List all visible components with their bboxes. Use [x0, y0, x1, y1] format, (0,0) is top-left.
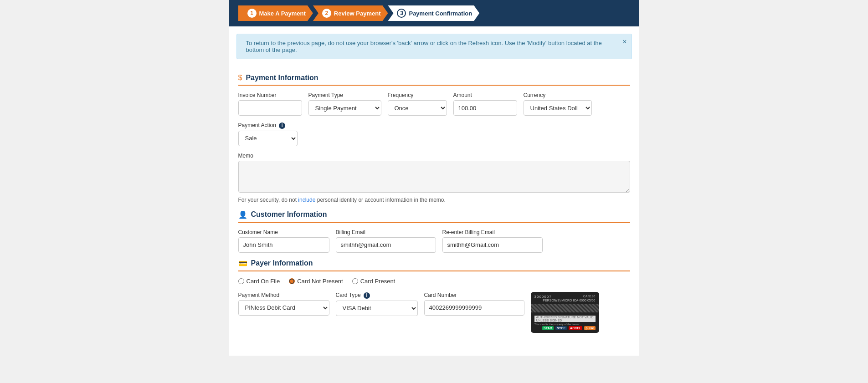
- frequency-select[interactable]: Once Weekly Monthly Yearly: [388, 100, 447, 116]
- invoice-number-group: Invoice Number: [238, 92, 302, 116]
- include-link[interactable]: include: [298, 197, 315, 203]
- invoice-number-input[interactable]: [238, 100, 302, 116]
- step-3-label: Payment Confirmation: [409, 10, 472, 17]
- payer-info-title: Payer Information: [251, 259, 313, 267]
- card-magnetic-strip: [531, 304, 599, 312]
- card-type-label: Card Type i: [336, 292, 418, 299]
- customer-info-header: 👤 Customer Information: [238, 210, 630, 223]
- card-not-present-radio[interactable]: [289, 278, 295, 284]
- page-wrapper: 1 Make A Payment 2 Review Payment 3 Paym…: [229, 0, 639, 356]
- card-type-select[interactable]: VISA Debit VISA Credit Mastercard Discov…: [336, 301, 418, 316]
- customer-info-title: Customer Information: [251, 210, 327, 219]
- person-icon: 👤: [238, 210, 247, 219]
- step-2[interactable]: 2 Review Payment: [313, 5, 388, 21]
- amount-label: Amount: [453, 92, 517, 98]
- re-billing-email-input[interactable]: [442, 237, 543, 253]
- amount-group: Amount: [453, 92, 517, 116]
- memo-section: Memo For your security, do not include p…: [238, 153, 630, 203]
- dollar-icon: $: [238, 74, 242, 82]
- memo-group: Memo For your security, do not include p…: [238, 153, 630, 203]
- card-present-radio[interactable]: [352, 278, 358, 284]
- payment-action-group: Payment Action i Sale Authorization: [238, 122, 298, 146]
- stepper: 1 Make A Payment 2 Review Payment 3 Paym…: [229, 0, 639, 26]
- alert-message: To return to the previous page, do not u…: [246, 40, 602, 53]
- payment-method-select[interactable]: PINless Debit Card Credit Card ACH: [238, 300, 329, 316]
- customer-name-input[interactable]: [238, 237, 329, 253]
- payment-fields-row: Invoice Number Payment Type Single Payme…: [238, 92, 630, 146]
- memo-label: Memo: [238, 153, 630, 159]
- frequency-group: Frequency Once Weekly Monthly Yearly: [388, 92, 447, 116]
- card-icon: 💳: [238, 259, 247, 268]
- payer-info-header: 💳 Payer Information: [238, 259, 630, 271]
- payment-action-label: Payment Action i: [238, 122, 298, 129]
- frequency-label: Frequency: [388, 92, 447, 98]
- brand-nyce: NYCE: [555, 326, 567, 330]
- brand-star: STAR: [542, 326, 554, 330]
- card-preview-group: 3000007 CA 9196 PERSON(S) MICRO ICA-0000…: [531, 292, 599, 333]
- card-number-label: Card Number: [424, 292, 524, 298]
- alert-banner: To return to the previous page, do not u…: [236, 34, 632, 59]
- currency-group: Currency United States Doll: [524, 92, 592, 116]
- amount-input[interactable]: [453, 100, 517, 116]
- re-billing-email-label: Re-enter Billing Email: [442, 229, 543, 235]
- card-on-file-label[interactable]: Card On File: [238, 278, 280, 285]
- currency-label: Currency: [524, 92, 592, 98]
- card-brands: STAR NYCE ACCEL pulse: [534, 326, 596, 330]
- card-on-file-text: Card On File: [247, 278, 280, 285]
- card-type-radio-group: Card On File Card Not Present Card Prese…: [238, 278, 630, 285]
- step-1-label: Make A Payment: [259, 10, 306, 17]
- step-2-number: 2: [322, 9, 331, 18]
- invoice-number-label: Invoice Number: [238, 92, 302, 98]
- card-number-input[interactable]: [424, 300, 524, 316]
- brand-pulse: pulse: [584, 326, 595, 330]
- card-person-text: PERSON(S) MICRO ICA-0000 05/05: [534, 299, 596, 302]
- customer-fields-row: Customer Name Billing Email Re-enter Bil…: [238, 229, 630, 253]
- payment-type-label: Payment Type: [308, 92, 381, 98]
- payment-info-title: Payment Information: [246, 74, 318, 82]
- step-3-number: 3: [397, 9, 406, 18]
- card-not-present-text: Card Not Present: [297, 278, 343, 285]
- payer-fields-row: Payment Method PINless Debit Card Credit…: [238, 292, 630, 333]
- brand-accel: ACCEL: [569, 326, 582, 330]
- card-preview-top: 3000007 CA 9196: [534, 295, 596, 299]
- customer-name-group: Customer Name: [238, 229, 329, 253]
- re-billing-email-group: Re-enter Billing Email: [442, 229, 543, 253]
- step-1-number: 1: [247, 9, 257, 18]
- card-signature-area: AUTHORIZED SIGNATURE NOT VALID UNLESS SI…: [534, 316, 596, 322]
- step-3[interactable]: 3 Payment Confirmation: [388, 5, 479, 21]
- card-present-label[interactable]: Card Present: [352, 278, 395, 285]
- billing-email-label: Billing Email: [336, 229, 436, 235]
- billing-email-input[interactable]: [336, 237, 436, 253]
- memo-textarea[interactable]: [238, 161, 630, 193]
- currency-select[interactable]: United States Doll: [524, 100, 592, 116]
- card-type-group: Card Type i VISA Debit VISA Credit Maste…: [336, 292, 418, 333]
- card-type-info-icon[interactable]: i: [364, 292, 370, 299]
- alert-close-button[interactable]: ×: [622, 38, 627, 46]
- customer-name-label: Customer Name: [238, 229, 329, 235]
- billing-email-group: Billing Email: [336, 229, 436, 253]
- payment-action-info-icon[interactable]: i: [279, 123, 285, 129]
- payment-info-header: $ Payment Information: [238, 74, 630, 86]
- card-preview-number: 3000007: [534, 295, 552, 299]
- card-preview-image: 3000007 CA 9196 PERSON(S) MICRO ICA-0000…: [531, 292, 599, 333]
- step-2-label: Review Payment: [334, 10, 381, 17]
- card-number-group: Card Number: [424, 292, 524, 333]
- payment-action-select[interactable]: Sale Authorization: [238, 131, 298, 146]
- card-present-text: Card Present: [360, 278, 395, 285]
- memo-hint: For your security, do not include person…: [238, 197, 630, 203]
- payment-type-group: Payment Type Single Payment Recurring Pa…: [308, 92, 381, 116]
- step-1[interactable]: 1 Make A Payment: [238, 5, 313, 21]
- card-not-present-label[interactable]: Card Not Present: [289, 278, 343, 285]
- payment-type-select[interactable]: Single Payment Recurring Payment: [308, 100, 381, 116]
- main-content: $ Payment Information Invoice Number Pay…: [229, 66, 639, 356]
- payment-method-label: Payment Method: [238, 292, 329, 298]
- card-bottom-text: This card is the property of the issuer.…: [534, 323, 596, 326]
- payment-method-group: Payment Method PINless Debit Card Credit…: [238, 292, 329, 333]
- card-on-file-radio[interactable]: [238, 278, 244, 284]
- card-preview-id: CA 9196: [583, 295, 596, 298]
